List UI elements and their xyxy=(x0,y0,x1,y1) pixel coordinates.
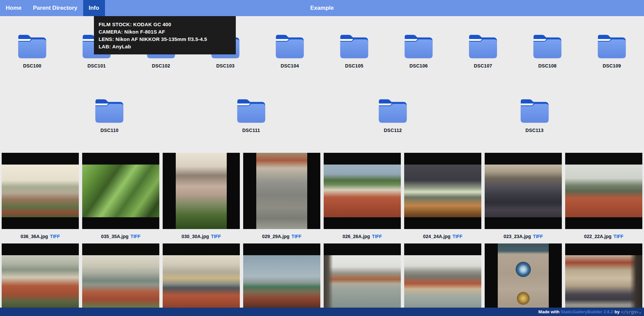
photo-item: 035_35A.jpgTIFF xyxy=(82,153,159,243)
folder-label: DSC109 xyxy=(603,63,621,69)
folder-icon xyxy=(518,98,551,124)
navbar: Home Parent Directory Info Example xyxy=(0,0,644,16)
folder-icon xyxy=(402,34,435,59)
photo-thumbnail[interactable] xyxy=(565,243,642,316)
photo-thumbnail-029_29A.jpg[interactable] xyxy=(243,153,320,229)
tiff-link[interactable]: TIFF xyxy=(130,234,141,239)
photo-thumbnail-035_35A.jpg[interactable] xyxy=(82,153,159,229)
tooltip-lab: LAB: AnyLab xyxy=(99,43,231,50)
nav-item-home[interactable]: Home xyxy=(0,0,27,16)
folder-label: DSC100 xyxy=(23,63,42,69)
photo-filename: 036_36A.jpg xyxy=(20,234,48,239)
photo-caption: 029_29A.jpgTIFF xyxy=(243,229,320,243)
folder-icon xyxy=(595,34,628,59)
folder-item-dsc106[interactable]: DSC106 xyxy=(386,34,451,69)
folder-item-dsc105[interactable]: DSC105 xyxy=(322,34,386,69)
photo-thumbnail-036_36A.jpg[interactable] xyxy=(2,153,79,229)
folder-label: DSC103 xyxy=(216,63,235,69)
photo-image xyxy=(565,165,642,217)
folder-icon xyxy=(531,34,564,59)
folder-label: DSC101 xyxy=(88,63,106,69)
photo-thumbnail[interactable] xyxy=(485,243,562,316)
photo-image xyxy=(82,165,159,217)
page-title: Example xyxy=(310,0,334,16)
photo-filename: 030_30A.jpg xyxy=(181,234,209,239)
folder-label: DSC107 xyxy=(474,63,492,69)
tiff-link[interactable]: TIFF xyxy=(533,234,543,239)
photo-thumbnail-022_22A.jpg[interactable] xyxy=(565,153,642,229)
photo-image xyxy=(324,165,401,217)
photo-item xyxy=(82,243,159,316)
photo-item: 036_36A.jpgTIFF xyxy=(2,153,79,243)
photo-item: 026_26A.jpgTIFF xyxy=(324,153,401,243)
photo-thumbnail[interactable] xyxy=(2,243,79,316)
folder-label: DSC104 xyxy=(281,63,299,69)
photo-thumbnail[interactable] xyxy=(82,243,159,316)
folder-item-dsc104[interactable]: DSC104 xyxy=(258,34,322,69)
photo-image xyxy=(82,255,159,308)
photo-item xyxy=(485,243,562,316)
photo-image xyxy=(2,165,79,217)
photo-item: 029_29A.jpgTIFF xyxy=(243,153,320,243)
photo-thumbnail[interactable] xyxy=(324,243,401,316)
builder-link[interactable]: StaticGalleryBuilder 2.6.2 xyxy=(561,309,613,314)
tiff-link[interactable]: TIFF xyxy=(452,234,463,239)
photo-filename: 026_26A.jpg xyxy=(342,234,370,239)
photo-item xyxy=(324,243,401,316)
tooltip-lens: LENS: Nikon AF NIKKOR 35-135mm f/3.5-4.5 xyxy=(99,36,231,43)
nav-item-parent-directory[interactable]: Parent Directory xyxy=(27,0,83,16)
folder-item-dsc111[interactable]: DSC111 xyxy=(219,98,283,133)
tiff-link[interactable]: TIFF xyxy=(291,234,302,239)
photo-image xyxy=(163,255,240,308)
folder-label: DSC113 xyxy=(526,128,544,133)
photo-item xyxy=(565,243,642,316)
folder-item-dsc110[interactable]: DSC110 xyxy=(77,98,142,133)
folder-icon xyxy=(467,34,499,59)
photo-thumbnail-030_30A.jpg[interactable] xyxy=(163,153,240,229)
info-tooltip: FILM STOCK: KODAK GC 400 CAMERA: Nikon F… xyxy=(94,16,236,54)
folder-item-dsc108[interactable]: DSC108 xyxy=(515,34,580,69)
photo-image xyxy=(404,255,481,308)
photo-thumbnail-026_26A.jpg[interactable] xyxy=(324,153,401,229)
folder-icon xyxy=(338,34,371,59)
photo-item xyxy=(243,243,320,316)
folder-item-dsc109[interactable]: DSC109 xyxy=(580,34,644,69)
photo-thumbnail-023_23A.jpg[interactable] xyxy=(485,153,562,229)
footer-by: by xyxy=(613,309,621,314)
photo-item: 022_22A.jpgTIFF xyxy=(565,153,642,243)
folder-item-dsc100[interactable]: DSC100 xyxy=(0,34,64,69)
photo-filename: 029_29A.jpg xyxy=(262,234,289,239)
photo-grid: 036_36A.jpgTIFF035_35A.jpgTIFF030_30A.jp… xyxy=(0,153,644,316)
footer-suffix: . xyxy=(638,309,641,314)
photo-image xyxy=(2,255,79,308)
photo-filename: 024_24A.jpg xyxy=(423,234,450,239)
footer-made-with: Made with xyxy=(538,309,560,314)
srgn-logo[interactable]: </srgn> xyxy=(621,309,638,315)
folder-label: DSC105 xyxy=(345,63,364,69)
photo-item xyxy=(163,243,240,316)
tiff-link[interactable]: TIFF xyxy=(372,234,382,239)
photo-thumbnail[interactable] xyxy=(163,243,240,316)
photo-item: 030_30A.jpgTIFF xyxy=(163,153,240,243)
photo-image xyxy=(485,165,562,217)
folder-item-dsc112[interactable]: DSC112 xyxy=(361,98,425,133)
photo-caption: 035_35A.jpgTIFF xyxy=(82,229,159,243)
photo-thumbnail[interactable] xyxy=(404,243,481,316)
photo-thumbnail-024_24A.jpg[interactable] xyxy=(404,153,481,229)
photo-item xyxy=(2,243,79,316)
nav-item-info[interactable]: Info xyxy=(83,0,105,16)
photo-image xyxy=(176,153,227,229)
folder-icon xyxy=(376,98,409,124)
photo-item xyxy=(404,243,481,316)
tiff-link[interactable]: TIFF xyxy=(613,234,624,239)
photo-caption: 023_23A.jpgTIFF xyxy=(485,229,562,243)
folder-item-dsc107[interactable]: DSC107 xyxy=(451,34,515,69)
tiff-link[interactable]: TIFF xyxy=(211,234,221,239)
photo-item: 023_23A.jpgTIFF xyxy=(485,153,562,243)
folder-icon xyxy=(273,34,306,59)
photo-image xyxy=(498,243,549,316)
folder-label: DSC112 xyxy=(384,128,402,133)
photo-thumbnail[interactable] xyxy=(243,243,320,316)
folder-item-dsc113[interactable]: DSC113 xyxy=(502,98,567,133)
tiff-link[interactable]: TIFF xyxy=(50,234,60,239)
